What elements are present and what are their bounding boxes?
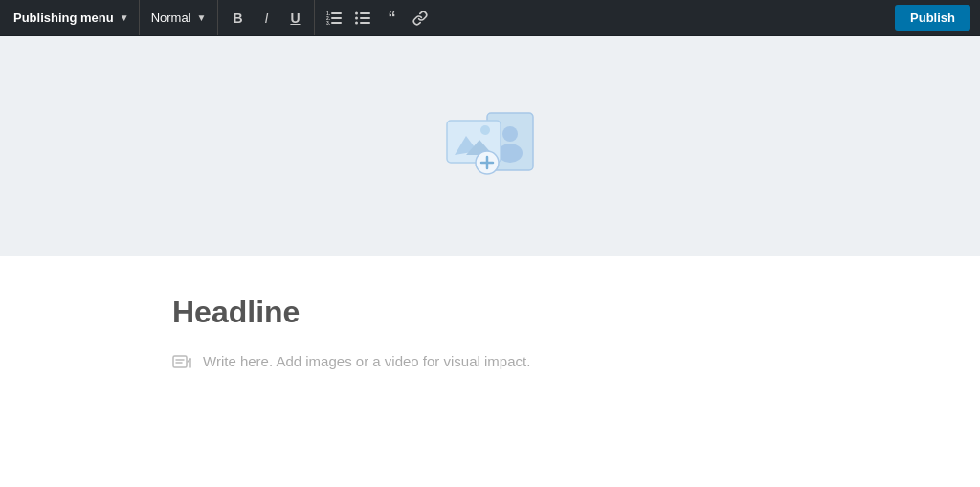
add-image-placeholder-icon: [437, 103, 543, 189]
underline-button[interactable]: U: [281, 5, 308, 32]
svg-rect-7: [360, 17, 370, 19]
svg-rect-2: [331, 22, 342, 24]
blockquote-button[interactable]: “: [378, 5, 405, 32]
toolbar: Publishing menu ▼ Normal ▼ B I U 1. 2. 3…: [0, 0, 980, 36]
svg-rect-6: [360, 12, 370, 14]
ordered-list-icon: 1. 2. 3.: [326, 11, 342, 25]
normal-format-chevron-icon: ▼: [197, 12, 207, 23]
svg-point-14: [498, 144, 523, 163]
svg-rect-1: [331, 17, 342, 19]
svg-point-9: [355, 11, 358, 14]
write-here-row: Write here. Add images or a video for vi…: [172, 353, 808, 376]
unordered-list-button[interactable]: [349, 5, 376, 32]
link-icon: [412, 11, 428, 26]
svg-rect-22: [173, 356, 187, 367]
publishing-menu-chevron-icon: ▼: [120, 12, 129, 23]
svg-point-13: [502, 126, 518, 142]
bold-button[interactable]: B: [224, 5, 251, 32]
svg-text:3.: 3.: [326, 20, 331, 25]
svg-point-18: [480, 125, 490, 135]
normal-format-dropdown[interactable]: Normal ▼: [140, 0, 219, 35]
content-area: Headline Write here. Add images or a vid…: [0, 256, 980, 487]
unordered-list-icon: [355, 11, 370, 25]
svg-rect-0: [331, 12, 342, 14]
svg-point-10: [355, 16, 358, 19]
svg-point-11: [355, 21, 358, 24]
hero-image-area[interactable]: [0, 36, 980, 256]
text-format-group: B I U: [218, 0, 315, 35]
publishing-menu-button[interactable]: Publishing menu ▼: [10, 0, 140, 35]
write-here-placeholder[interactable]: Write here. Add images or a video for vi…: [203, 353, 530, 369]
text-block-icon: [172, 354, 191, 376]
normal-format-label: Normal: [151, 11, 191, 25]
ordered-list-button[interactable]: 1. 2. 3.: [321, 5, 347, 32]
link-button[interactable]: [407, 5, 434, 32]
italic-button[interactable]: I: [253, 5, 279, 32]
svg-rect-8: [360, 22, 370, 24]
publishing-menu-label: Publishing menu: [13, 11, 114, 25]
publish-button[interactable]: Publish: [895, 5, 970, 31]
list-format-group: 1. 2. 3. “: [315, 0, 439, 35]
headline[interactable]: Headline: [172, 295, 808, 330]
